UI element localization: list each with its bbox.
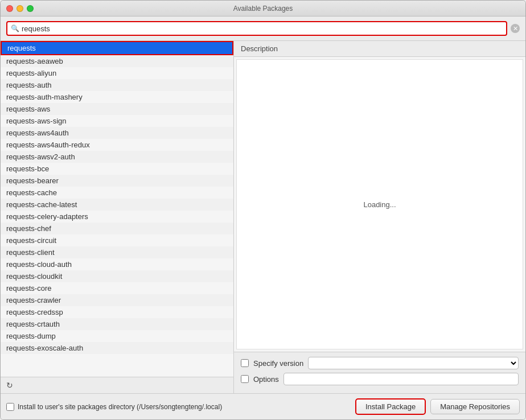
options-row: Options — [241, 373, 519, 385]
clear-icon: ✕ — [513, 25, 518, 32]
refresh-icon[interactable]: ↻ — [6, 381, 13, 390]
options-area: Specify version Options — [234, 352, 525, 393]
list-item[interactable]: requests-cache-latest — [1, 199, 233, 211]
list-item[interactable]: requests-dump — [1, 330, 233, 342]
loading-text: Loading... — [363, 200, 396, 209]
list-item[interactable]: requests — [1, 41, 233, 55]
list-item[interactable]: requests-cloudkit — [1, 270, 233, 282]
list-item[interactable]: requests-credssp — [1, 306, 233, 318]
close-button[interactable] — [6, 5, 13, 12]
install-path-label: Install to user's site packages director… — [18, 403, 222, 411]
list-item[interactable]: requests-aeaweb — [1, 55, 233, 67]
list-item[interactable]: requests-auth-mashery — [1, 91, 233, 103]
minimize-button[interactable] — [17, 5, 23, 12]
list-item[interactable]: requests-chef — [1, 223, 233, 234]
title-bar: Available Packages — [1, 1, 525, 17]
install-to-user-row: Install to user's site packages director… — [6, 403, 350, 411]
specify-version-label: Specify version — [253, 359, 303, 368]
options-label: Options — [253, 375, 279, 384]
footer-buttons: Install Package Manage Repositories — [355, 398, 520, 415]
search-input[interactable] — [22, 24, 503, 33]
window-title: Available Packages — [233, 5, 293, 13]
list-item[interactable]: requests-aws-sign — [1, 115, 233, 127]
list-item[interactable]: requests-celery-adapters — [1, 211, 233, 223]
main-content: requestsrequests-aeawebrequests-aliyunre… — [1, 41, 525, 393]
options-input[interactable] — [283, 373, 519, 385]
list-item[interactable]: requests-cloud-auth — [1, 258, 233, 270]
search-icon: 🔍 — [11, 24, 19, 32]
refresh-bar: ↻ — [1, 377, 233, 393]
list-item[interactable]: requests-auth — [1, 79, 233, 91]
list-item[interactable]: requests-awsv2-auth — [1, 151, 233, 163]
list-item[interactable]: requests-exoscale-auth — [1, 342, 233, 354]
right-panel: Description Loading... Specify version O… — [234, 41, 525, 393]
specify-version-checkbox[interactable] — [241, 359, 249, 367]
list-item[interactable]: requests-cache — [1, 187, 233, 199]
description-header: Description — [234, 41, 525, 57]
main-window: Available Packages 🔍 ✕ requestsrequests-… — [0, 0, 526, 420]
left-panel: requestsrequests-aeawebrequests-aliyunre… — [1, 41, 234, 393]
window-controls — [6, 5, 34, 12]
search-bar: 🔍 ✕ — [1, 17, 525, 41]
options-checkbox[interactable] — [241, 375, 249, 383]
description-body: Loading... — [236, 59, 523, 349]
list-item[interactable]: requests-aliyun — [1, 67, 233, 79]
list-item[interactable]: requests-core — [1, 282, 233, 294]
install-to-user-checkbox[interactable] — [6, 403, 14, 411]
search-wrapper: 🔍 — [6, 21, 507, 36]
clear-button[interactable]: ✕ — [511, 24, 520, 33]
footer: Install to user's site packages director… — [1, 393, 525, 419]
list-item[interactable]: requests-bce — [1, 163, 233, 175]
list-item[interactable]: requests-aws4auth-redux — [1, 139, 233, 151]
list-item[interactable]: requests-crawler — [1, 294, 233, 306]
list-item[interactable]: requests-aws4auth — [1, 127, 233, 139]
list-item[interactable]: requests-circuit — [1, 234, 233, 246]
package-list[interactable]: requestsrequests-aeawebrequests-aliyunre… — [1, 41, 233, 377]
version-select[interactable] — [308, 357, 519, 369]
list-item[interactable]: requests-client — [1, 246, 233, 258]
list-item[interactable]: requests-crtauth — [1, 318, 233, 330]
install-package-button[interactable]: Install Package — [355, 398, 426, 415]
manage-repositories-button[interactable]: Manage Repositories — [430, 399, 520, 414]
specify-version-row: Specify version — [241, 357, 519, 369]
list-item[interactable]: requests-bearer — [1, 175, 233, 187]
list-item[interactable]: requests-aws — [1, 103, 233, 115]
maximize-button[interactable] — [27, 5, 34, 12]
